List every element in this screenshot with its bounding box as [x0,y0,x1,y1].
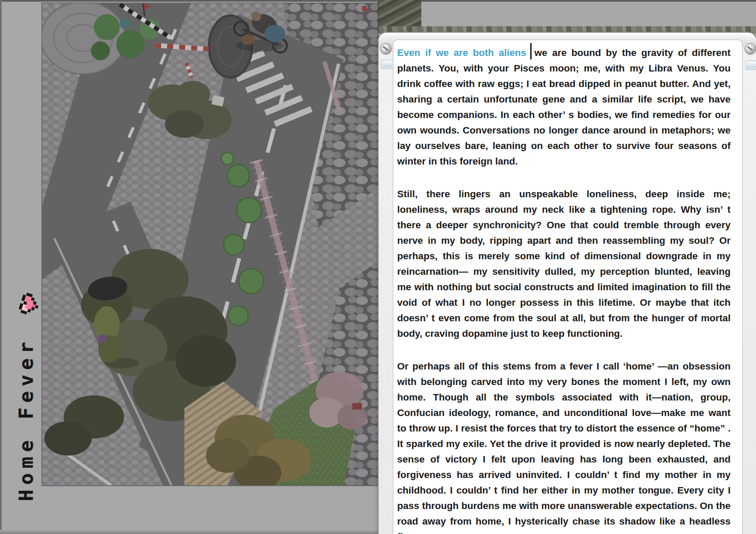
note-panel: Even if we are both alienswe are bound b… [378,32,756,534]
paragraph: Or perhaps all of this stems from a feve… [397,359,731,534]
clip-icon [381,60,393,69]
screw-icon [380,43,392,54]
text-editor[interactable]: Even if we are both alienswe are bound b… [397,43,731,534]
page-background: { "artwork": { "label": "Home Fever", "h… [0,0,756,534]
screw-icon [745,43,756,54]
photo-tint-overlay [42,3,378,485]
page-edge-left [0,0,2,534]
paragraph: Even if we are both alienswe are bound b… [397,43,731,169]
highlighted-phrase: Even if we are both aliens [397,47,526,58]
street-photo [42,3,378,485]
page-edge-bottom [0,530,378,534]
clip-icon [746,61,756,70]
text-caret [530,43,532,59]
paragraph: Still, there lingers an unspeakable lone… [397,186,731,342]
artwork-title: Home Fever [15,314,37,501]
paper-sheet[interactable]: Even if we are both alienswe are bound b… [393,40,743,534]
paragraph-text: we are bound by the gravity of different… [397,47,731,167]
